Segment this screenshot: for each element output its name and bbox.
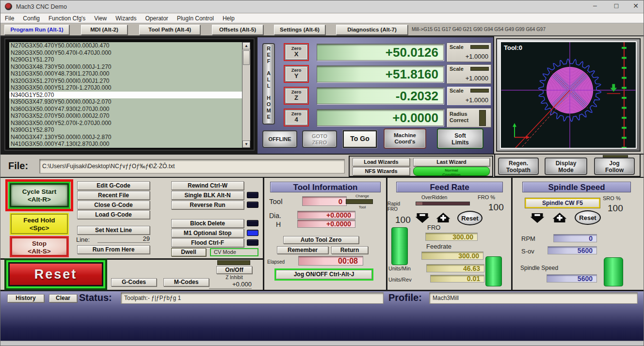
rewind-button[interactable]: Rewind Ctrl-W [171,181,244,190]
gcode-line[interactable]: N290G1Y51.270 [9,56,242,63]
profile-field[interactable]: Mach3Mill [429,292,638,304]
menu-help[interactable]: Help [218,15,239,22]
goto-zero-button[interactable]: GOTO ZERO [302,130,337,148]
gcode-line-current[interactable]: N340G1Y52.070 [9,92,242,99]
menu-operator[interactable]: Operator [141,15,173,22]
set-next-line-button[interactable]: Set Next Line [77,226,150,235]
file-path-field[interactable]: C:\Users\Fujisaki\Desktop\NCƒvƒƒOƒ‰ƒ€\Ż·… [39,159,345,173]
stop-button[interactable]: Stop <Alt-S> [11,237,68,256]
gcode-line[interactable]: N300G3X48.730Y50.000I0.000J-1.270 [9,63,242,71]
fro-reset-button[interactable]: Reset [457,211,483,225]
dro-z-value[interactable]: -0.2032 [317,87,444,104]
status-field[interactable]: Toolpath:- ƒ|ƒPƒbƒg 1 [121,292,384,304]
fro-decrease-button[interactable] [415,212,430,223]
z-inhibit-value-field[interactable]: +0.000 [209,281,252,289]
z-inhibit-onoff-button[interactable]: On/Off [216,266,252,274]
scale-x-box[interactable]: Scale +1.0000 [447,43,491,62]
return-button[interactable]: Return [331,246,368,254]
zero-y-button[interactable]: Zero Y [284,65,309,83]
run-from-here-button[interactable]: Run From Here [77,245,150,254]
flood-button[interactable]: Flood Ctrl-F [171,238,244,247]
dwell-button[interactable]: Dwell [171,248,206,256]
gcode-line[interactable]: N320G3X51.270Y50.000I0.000J1.270 [9,78,242,85]
reverse-run-button[interactable]: Reverse Run [171,201,244,209]
menu-config[interactable]: Config [18,15,44,22]
jog-onoff-button[interactable]: Jog ON/OFF Ctrl-Alt-J [276,270,372,279]
zero-x-button[interactable]: Zero X [284,43,309,61]
load-gcode-button[interactable]: Load G-Code [77,210,150,219]
sro-decrease-button[interactable] [530,212,545,223]
remember-button[interactable]: Remember [277,246,328,254]
gcode-line[interactable]: N360G3X50.000Y47.930I2.070J0.000 [9,106,242,113]
dro-x-value[interactable]: +50.0126 [317,44,444,61]
maximize-icon[interactable]: ◻ [607,2,626,13]
history-button[interactable]: History [7,294,44,302]
spindle-cw-button[interactable]: Spindle CW F5 [525,198,600,208]
dia-dro[interactable]: +0.0000 [297,211,355,219]
regen-toolpath-button[interactable]: Regen. Toolpath [498,157,539,175]
menu-function-cfgs[interactable]: Function Cfg's [44,15,90,22]
scroll-down-icon[interactable]: ▼ [242,141,250,148]
display-mode-button[interactable]: Display Mode [545,157,587,175]
gcode-line[interactable]: N390G1Y52.870 [9,126,242,134]
tab-offsets[interactable]: Offsets (Alt-5) [212,25,263,35]
fro-slider[interactable] [391,227,408,265]
tool-number-dro[interactable]: 0 [302,196,347,206]
cycle-start-button[interactable]: Cycle Start <Alt-R> [10,183,69,207]
recent-file-button[interactable]: Recent File [77,191,150,200]
line-number-field[interactable]: 29 [97,235,150,243]
gcode-line[interactable]: N370G3X52.070Y50.000I0.000J2.070 [9,112,242,120]
gcode-line[interactable]: N270G3X50.470Y50.000I0.000J0.470 [9,42,242,49]
close-icon[interactable]: ✕ [627,2,644,13]
tab-settings[interactable]: Settings (Alt-6) [274,25,325,35]
m1-optional-stop-button[interactable]: M1 Optional Stop [171,229,244,237]
menu-view[interactable]: View [90,15,111,22]
toolpath-display[interactable]: Tool:0 [500,41,637,149]
soft-limits-button[interactable]: Soft Limits [437,128,483,149]
change-tool-led[interactable] [346,199,373,204]
gcode-scrollbar[interactable]: ▲ ▼ [242,42,250,148]
gcode-line[interactable]: N400G3X47.130Y50.000I0.000J-2.870 [9,134,242,141]
zero-4-button[interactable]: Zero 4 [284,109,309,126]
gcode-line[interactable]: N380G3X50.000Y52.070I-2.070J0.000 [9,120,242,127]
scale-y-box[interactable]: Scale +1.0000 [447,64,491,84]
close-gcode-button[interactable]: Close G-Code [77,201,150,209]
feed-hold-button[interactable]: Feed Hold <Spc> [11,214,68,234]
radius-correct-box[interactable]: Radius Correct [447,108,491,127]
fro-increase-button[interactable] [436,212,451,223]
gcode-line[interactable]: N330G3X50.000Y51.270I-1.270J0.000 [9,84,242,92]
menu-wizards[interactable]: Wizards [111,15,141,22]
auto-tool-zero-button[interactable]: Auto Tool Zero [283,236,359,244]
gcode-line[interactable]: N350G3X47.930Y50.000I0.000J-2.070 [9,98,242,106]
last-wizard-button[interactable]: Last Wizard [413,158,490,166]
single-blk-button[interactable]: Single BLK Alt-N [171,191,244,200]
sro-reset-button[interactable]: Reset [575,210,601,225]
minimize-icon[interactable]: – [585,1,605,12]
gcode-line[interactable]: N280G3X50.000Y50.470I-0.470J0.000 [9,49,242,57]
zero-z-button[interactable]: Zero Z [284,87,309,105]
reset-button[interactable]: Reset [8,262,103,286]
gcode-line[interactable]: N410G3X50.000Y47.130I2.870J0.000 [9,141,242,148]
gcode-line[interactable]: N310G3X50.000Y48.730I1.270J0.000 [9,70,242,78]
to-go-button[interactable]: To Go [343,130,377,148]
tab-diagnostics[interactable]: Diagnostics (Alt-7) [336,25,408,35]
g-codes-button[interactable]: G-Codes [111,278,157,286]
fro-dro[interactable]: 300.00 [425,233,478,241]
clear-button[interactable]: Clear [49,294,77,302]
dro-4-value[interactable]: +0.0000 [317,109,444,126]
jog-follow-button[interactable]: Jog Follow [594,157,635,175]
menu-file[interactable]: File [0,15,18,22]
h-dro[interactable]: +0.0000 [297,220,355,228]
scroll-up-icon[interactable]: ▲ [242,42,250,49]
block-delete-button[interactable]: Block Delete [171,219,244,228]
sro-increase-button[interactable] [552,212,567,223]
offline-button[interactable]: OFFLINE [262,130,297,148]
cv-mode-indicator[interactable]: CV Mode [210,248,258,256]
tab-mdi[interactable]: MDI (Alt-2) [81,25,128,35]
gcode-list[interactable]: N270G3X50.470Y50.000I0.000J0.470 N280G3X… [9,42,242,148]
menu-plugin-control[interactable]: PlugIn Control [173,15,218,22]
nfs-wizards-button[interactable]: NFS Wizards [353,167,410,175]
ref-all-home-button[interactable]: R E F A L L H O M E [262,43,275,125]
m-codes-button[interactable]: M-Codes [163,278,209,286]
load-wizards-button[interactable]: Load Wizards [353,158,410,166]
